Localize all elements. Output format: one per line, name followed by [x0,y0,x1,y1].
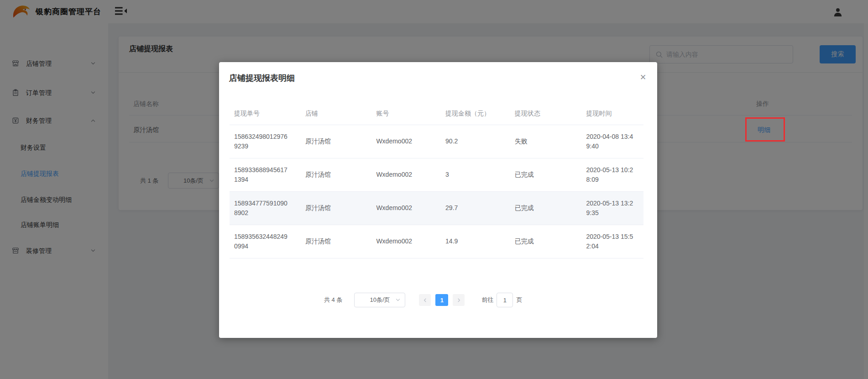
cell-amount: 90.2 [441,125,510,158]
col-store: 店铺 [301,103,372,125]
app-root: 银豹商圈管理平台 店铺管理 [0,0,868,379]
col-time: 提现时间 [581,103,643,125]
table-row: 1589356324482490994 原汁汤馆 Wxdemo002 14.9 … [230,225,643,258]
cell-time: 2020-05-13 10:28:09 [581,158,643,191]
cell-status: 已完成 [510,191,582,225]
cell-status: 失败 [510,125,582,158]
cell-withdraw-no: 1589347775910908902 [230,191,301,225]
pagination-total: 共 4 条 [324,296,342,304]
modal-title: 店铺提现报表明细 [229,73,295,84]
cell-store: 原汁汤馆 [301,125,372,158]
modal-pagination: 共 4 条 10条/页 1 前往 页 [324,293,522,307]
cell-amount: 14.9 [441,225,510,258]
table-row: 1589347775910908902 原汁汤馆 Wxdemo002 29.7 … [230,191,643,225]
cell-store: 原汁汤馆 [301,158,372,191]
cell-status: 已完成 [510,225,582,258]
cell-amount: 3 [441,158,510,191]
cell-withdraw-no: 1589336889456171394 [230,158,301,191]
cell-account: Wxdemo002 [371,158,441,191]
cell-amount: 29.7 [441,191,510,225]
cell-withdraw-no: 1586324980129769239 [230,125,301,158]
cell-store: 原汁汤馆 [301,191,372,225]
col-amount: 提现金额（元） [441,103,510,125]
page-size-select[interactable]: 10条/页 [354,293,405,307]
cell-store: 原汁汤馆 [301,225,372,258]
cell-status: 已完成 [510,158,582,191]
withdraw-detail-table: 提现单号 店铺 账号 提现金额（元） 提现状态 提现时间 15863249801… [230,103,643,258]
close-icon[interactable]: ✕ [636,70,650,84]
next-page-button[interactable] [453,294,465,306]
table-header-row: 提现单号 店铺 账号 提现金额（元） 提现状态 提现时间 [230,103,643,125]
goto-page-input[interactable] [497,293,513,307]
table-row: 1589336889456171394 原汁汤馆 Wxdemo002 3 已完成… [230,158,643,191]
withdraw-detail-modal: 店铺提现报表明细 ✕ 提现单号 店铺 账号 提现金额（元） 提现状态 提现时间 [219,62,657,338]
chevron-down-icon [395,297,401,303]
col-account: 账号 [371,103,441,125]
table-row: 1586324980129769239 原汁汤馆 Wxdemo002 90.2 … [230,125,643,158]
col-withdraw-no: 提现单号 [230,103,301,125]
chevron-left-icon [423,298,428,303]
cell-account: Wxdemo002 [371,125,441,158]
chevron-right-icon [456,298,461,303]
page-number-button[interactable]: 1 [435,294,448,306]
annotation-highlight-box [745,117,785,142]
col-status: 提现状态 [510,103,582,125]
goto-label: 前往 [481,296,493,304]
cell-withdraw-no: 1589356324482490994 [230,225,301,258]
cell-time: 2020-04-08 13:49:40 [581,125,643,158]
cell-account: Wxdemo002 [371,225,441,258]
page-unit-label: 页 [516,296,522,304]
cell-time: 2020-05-13 13:29:35 [581,191,643,225]
cell-time: 2020-05-13 15:52:04 [581,225,643,258]
prev-page-button[interactable] [419,294,431,306]
cell-account: Wxdemo002 [371,191,441,225]
